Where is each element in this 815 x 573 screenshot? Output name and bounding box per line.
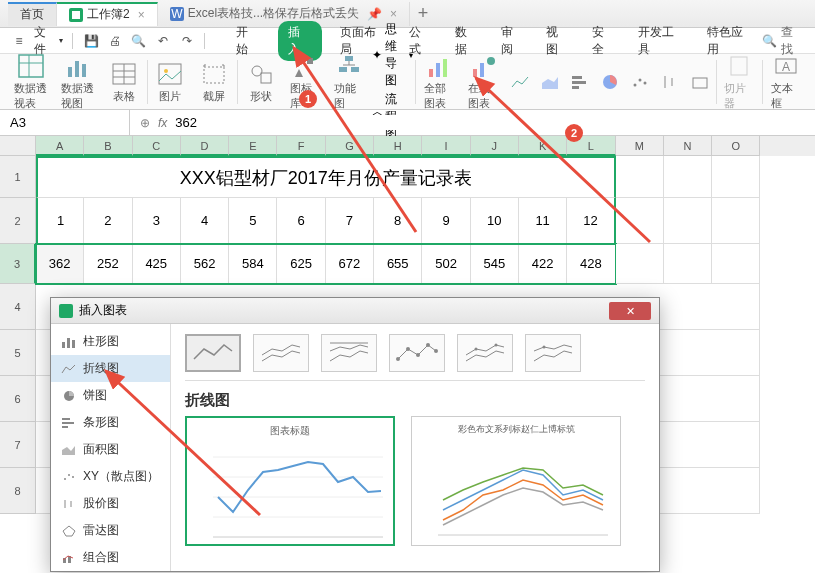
subtype-line-markers[interactable] (389, 334, 445, 372)
cell[interactable] (712, 198, 760, 244)
subtype-stacked-line[interactable] (253, 334, 309, 372)
table-button[interactable]: 表格 (103, 60, 145, 104)
undo-icon[interactable]: ↶ (154, 32, 172, 50)
close-icon[interactable]: × (390, 7, 397, 21)
cell[interactable]: 655 (374, 244, 422, 284)
home-tab[interactable]: 首页 (8, 2, 57, 26)
cell[interactable] (712, 156, 760, 198)
cell[interactable]: 584 (229, 244, 277, 284)
formula-input[interactable] (175, 115, 805, 130)
cell[interactable] (712, 244, 760, 284)
tab-view[interactable]: 视图 (542, 21, 574, 61)
cell[interactable]: 625 (277, 244, 325, 284)
col-header[interactable]: A (36, 136, 84, 156)
shapes-button[interactable]: 形状 (240, 60, 282, 104)
all-charts-button[interactable]: 全部图表 (418, 52, 460, 111)
mindmap-button[interactable]: ✦思维导图▾ (372, 21, 413, 89)
cell[interactable]: 7 (326, 198, 374, 244)
col-header[interactable]: B (84, 136, 132, 156)
col-header[interactable]: O (712, 136, 760, 156)
col-header[interactable]: N (664, 136, 712, 156)
row-header[interactable]: 5 (0, 330, 36, 376)
pivot-table-button[interactable]: 数据透视表 (8, 52, 53, 111)
col-header[interactable]: K (519, 136, 567, 156)
cell[interactable]: 3 (133, 198, 181, 244)
cell[interactable]: 1 (36, 198, 84, 244)
cell[interactable]: 2 (84, 198, 132, 244)
cell[interactable]: 672 (326, 244, 374, 284)
cell[interactable]: 8 (374, 198, 422, 244)
cell[interactable]: 425 (133, 244, 181, 284)
dialog-close-button[interactable]: ✕ (609, 302, 651, 320)
cell[interactable]: 428 (567, 244, 615, 284)
smartart-button[interactable]: 功能图 (328, 52, 370, 111)
cell[interactable]: 422 (519, 244, 567, 284)
bar-chart-icon[interactable] (566, 70, 594, 94)
close-icon[interactable]: × (138, 8, 145, 22)
cell-reference-input[interactable] (10, 115, 119, 130)
cell[interactable]: 9 (422, 198, 470, 244)
app-menu-icon[interactable]: ≡ (10, 32, 28, 50)
chart-type-bar[interactable]: 条形图 (51, 409, 170, 436)
col-header[interactable]: M (616, 136, 664, 156)
col-header[interactable]: G (326, 136, 374, 156)
preview-icon[interactable]: 🔍 (130, 32, 148, 50)
row-header[interactable]: 1 (0, 156, 36, 198)
col-header[interactable]: J (471, 136, 519, 156)
save-icon[interactable]: 💾 (82, 32, 100, 50)
chart-preview-1[interactable]: 图表标题 (185, 416, 395, 546)
cell[interactable]: 11 (519, 198, 567, 244)
cell[interactable]: 545 (471, 244, 519, 284)
redo-icon[interactable]: ↷ (178, 32, 196, 50)
cell[interactable] (664, 156, 712, 198)
cell[interactable]: 252 (84, 244, 132, 284)
subtype-stacked-line-markers[interactable] (457, 334, 513, 372)
subtype-line[interactable] (185, 334, 241, 372)
fx-icon[interactable]: fx (158, 116, 167, 130)
tab-dev[interactable]: 开发工具 (634, 21, 689, 61)
pivot-chart-button[interactable]: 数据透视图 (55, 52, 100, 111)
slicer-button[interactable]: 切片器 (718, 52, 760, 111)
col-header[interactable]: D (181, 136, 229, 156)
cell[interactable] (664, 198, 712, 244)
row-header[interactable]: 2 (0, 198, 36, 244)
cell[interactable]: 362 (36, 244, 84, 284)
col-header[interactable]: H (374, 136, 422, 156)
cell[interactable] (616, 198, 664, 244)
screenshot-button[interactable]: 截屏 (193, 60, 235, 104)
cell[interactable] (616, 156, 664, 198)
print-icon[interactable]: 🖨 (106, 32, 124, 50)
area-chart-icon[interactable] (536, 70, 564, 94)
picture-button[interactable]: 图片 (149, 60, 191, 104)
chart-type-area[interactable]: 面积图 (51, 436, 170, 463)
cell[interactable]: 6 (277, 198, 325, 244)
cell[interactable]: 4 (181, 198, 229, 244)
chart-type-pie[interactable]: 饼图 (51, 382, 170, 409)
pin-icon[interactable]: 📌 (367, 7, 382, 21)
online-charts-button[interactable]: 在线图表 (462, 52, 504, 111)
cell[interactable]: 12 (567, 198, 615, 244)
line-chart-icon[interactable] (506, 70, 534, 94)
chart-type-scatter[interactable]: XY（散点图） (51, 463, 170, 490)
chart-type-stock[interactable]: 股价图 (51, 490, 170, 517)
subtype-100-stacked-line-markers[interactable] (525, 334, 581, 372)
chart-preview-2[interactable]: 彩色布文系列标赵仁上博标筑 (411, 416, 621, 546)
stock-chart-icon[interactable] (656, 70, 684, 94)
row-header[interactable]: 7 (0, 422, 36, 468)
scatter-chart-icon[interactable] (626, 70, 654, 94)
row-header[interactable]: 4 (0, 284, 36, 330)
search-icon[interactable]: 🔍 (762, 34, 777, 48)
cell-reference-box[interactable] (0, 110, 130, 135)
cell[interactable]: 562 (181, 244, 229, 284)
textbox-button[interactable]: A文本框 (765, 52, 807, 111)
chart-type-radar[interactable]: 雷达图 (51, 517, 170, 544)
col-header[interactable]: I (422, 136, 470, 156)
cell[interactable] (664, 244, 712, 284)
col-header[interactable]: C (133, 136, 181, 156)
expand-icon[interactable]: ⊕ (140, 116, 150, 130)
tab-start[interactable]: 开始 (232, 21, 264, 61)
chart-type-line[interactable]: 折线图 (51, 355, 170, 382)
workbook-tab[interactable]: 工作簿2 × (57, 2, 158, 26)
col-header[interactable]: F (277, 136, 325, 156)
title-cell[interactable]: XXX铝型材厂2017年月份产量记录表 (36, 156, 616, 198)
